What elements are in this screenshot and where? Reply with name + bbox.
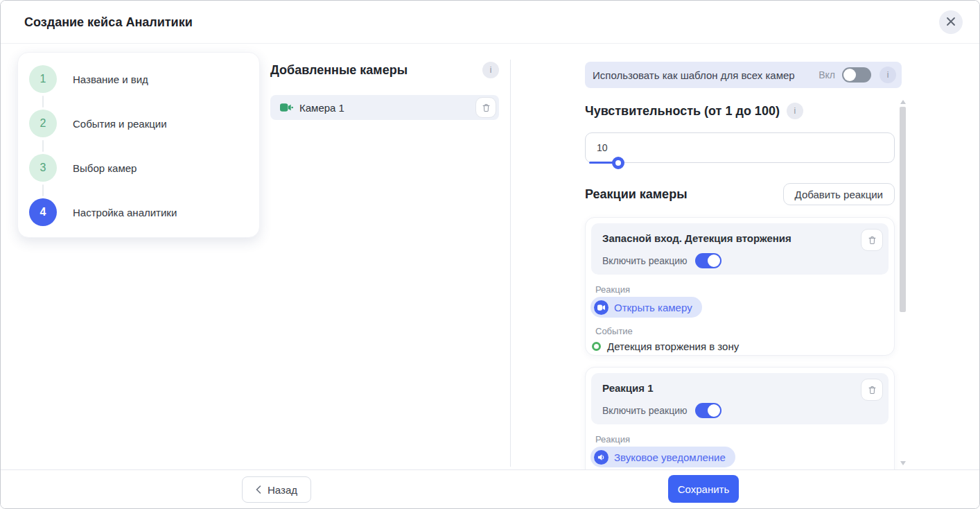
enable-reaction-toggle[interactable] xyxy=(695,253,721,268)
event-row: Детекция вторжения в зону xyxy=(592,340,739,352)
back-button-label: Назад xyxy=(268,484,297,496)
template-banner-label: Использовать как шаблон для всех камер xyxy=(593,69,795,81)
reaction-field-label: Реакция xyxy=(595,434,630,445)
step-label: Выбор камер xyxy=(73,162,137,174)
create-analytics-case-dialog: Создание кейса Аналитики 1 Название и ви… xyxy=(0,0,980,509)
sensitivity-header: Чувствительность (от 1 до 100) i xyxy=(585,103,803,119)
toggle-knob xyxy=(708,404,720,417)
stepper-item-events-and-reactions[interactable]: 2 События и реакции xyxy=(29,110,167,137)
sensitivity-slider-track[interactable] xyxy=(589,162,614,164)
reaction-chip[interactable]: Открыть камеру xyxy=(590,297,702,318)
back-button[interactable]: Назад xyxy=(242,476,311,503)
close-button[interactable] xyxy=(939,10,963,34)
camera-icon xyxy=(280,103,293,112)
step-connector xyxy=(42,140,44,152)
reaction-chip-label: Открыть камеру xyxy=(614,302,692,313)
sensitivity-value: 10 xyxy=(597,142,608,153)
step-number-badge: 4 xyxy=(29,198,57,226)
info-icon[interactable]: i xyxy=(482,62,499,78)
delete-camera-button[interactable] xyxy=(475,97,496,118)
sensitivity-slider-thumb[interactable] xyxy=(612,157,624,169)
dialog-title: Создание кейса Аналитики xyxy=(24,1,193,44)
step-connector xyxy=(42,96,44,107)
template-banner: Использовать как шаблон для всех камер В… xyxy=(585,62,902,88)
event-field-label: Событие xyxy=(595,326,633,336)
step-connector xyxy=(42,184,44,196)
sensitivity-input[interactable]: 10 xyxy=(585,132,895,163)
info-icon[interactable]: i xyxy=(787,103,803,119)
step-label: Название и вид xyxy=(73,74,148,85)
step-number-badge: 1 xyxy=(29,65,57,93)
reaction-chip-label: Звуковое уведомление xyxy=(614,451,726,463)
camera-name: Камера 1 xyxy=(299,102,344,114)
stepper-item-name-and-type[interactable]: 1 Название и вид xyxy=(29,65,148,93)
enable-reaction-row: Включить реакцию xyxy=(602,403,721,418)
reaction-card-title: Реакция 1 xyxy=(602,382,654,394)
enable-reaction-row: Включить реакцию xyxy=(602,253,721,268)
sensitivity-title: Чувствительность (от 1 до 100) xyxy=(585,104,780,119)
camera-reactions-header: Реакции камеры Добавить реакции xyxy=(585,183,895,205)
enable-reaction-label: Включить реакцию xyxy=(602,405,688,416)
toggle-knob xyxy=(708,254,720,267)
scrollbar-up-arrow[interactable] xyxy=(900,100,906,104)
stepper-item-camera-selection[interactable]: 3 Выбор камер xyxy=(29,154,137,182)
column-divider xyxy=(510,60,511,467)
stepper-item-analytics-settings[interactable]: 4 Настройка аналитики xyxy=(29,198,177,226)
trash-icon xyxy=(867,385,877,395)
add-reactions-button[interactable]: Добавить реакции xyxy=(783,183,895,205)
open-camera-icon xyxy=(594,300,609,315)
save-button[interactable]: Сохранить xyxy=(668,475,739,503)
dialog-footer: Назад Сохранить xyxy=(1,469,979,509)
camera-reactions-title: Реакции камеры xyxy=(585,187,688,202)
sound-notification-icon xyxy=(594,450,609,465)
step-label: Настройка аналитики xyxy=(73,207,177,218)
event-status-icon xyxy=(592,342,601,351)
toggle-knob xyxy=(843,69,856,81)
step-number-badge: 3 xyxy=(29,154,57,182)
template-toggle[interactable] xyxy=(842,67,871,83)
step-number-badge: 2 xyxy=(29,110,57,137)
stepper: 1 Название и вид 2 События и реакции 3 В… xyxy=(17,52,260,238)
reaction-card-title: Запасной вход. Детекция вторжения xyxy=(602,232,791,244)
reaction-card-header: Запасной вход. Детекция вторжения Включи… xyxy=(591,223,889,275)
added-cameras-title: Добавленные камеры xyxy=(270,63,408,78)
scrollbar-thumb[interactable] xyxy=(900,107,906,312)
enable-reaction-toggle[interactable] xyxy=(695,403,721,418)
reaction-field-label: Реакция xyxy=(595,284,630,295)
dialog-header: Создание кейса Аналитики xyxy=(1,1,979,44)
close-icon xyxy=(946,17,956,28)
toggle-state-label: Вкл xyxy=(819,69,835,80)
delete-reaction-button[interactable] xyxy=(861,379,883,401)
right-panel-scrollbar xyxy=(900,98,907,467)
added-cameras-header: Добавленные камеры i xyxy=(270,62,499,78)
enable-reaction-label: Включить реакцию xyxy=(602,255,688,266)
reaction-card-header: Реакция 1 Включить реакцию xyxy=(591,373,889,424)
scrollbar-down-arrow[interactable] xyxy=(900,461,906,465)
info-icon[interactable]: i xyxy=(880,67,896,83)
trash-icon xyxy=(867,235,877,245)
event-name: Детекция вторжения в зону xyxy=(607,340,739,352)
chevron-left-icon xyxy=(256,485,261,494)
reaction-chip[interactable]: Звуковое уведомление xyxy=(590,447,735,467)
trash-icon xyxy=(481,103,491,113)
step-label: События и реакции xyxy=(73,118,167,130)
reaction-card: Запасной вход. Детекция вторжения Включи… xyxy=(585,217,895,356)
camera-list-item[interactable]: Камера 1 xyxy=(270,95,499,120)
delete-reaction-button[interactable] xyxy=(861,229,883,251)
